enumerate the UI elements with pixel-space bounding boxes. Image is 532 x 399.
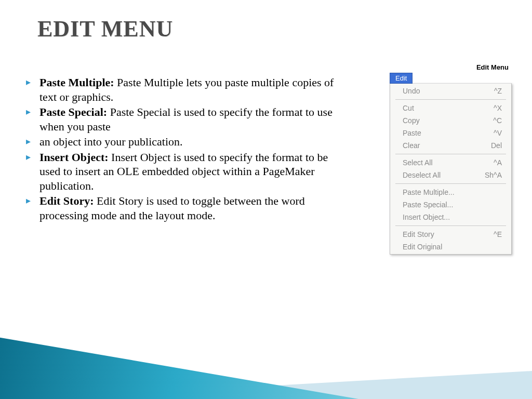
slide-title: EDIT MENU <box>37 16 173 42</box>
menu-panel: Undo^ZCut^XCopy^CPaste^VClearDelSelect A… <box>390 83 512 255</box>
menu-separator <box>395 154 506 154</box>
menu-item-label: Edit Original <box>403 242 442 252</box>
bullet-item: an object into your publication. <box>21 135 343 149</box>
menu-item-label: Edit Story <box>403 229 434 240</box>
menu-item-label: Paste <box>403 128 421 138</box>
menu-item-shortcut: ^C <box>493 115 502 126</box>
menu-separator <box>395 225 506 226</box>
menu-item-label: Deselect All <box>403 170 441 180</box>
menu-item-label: Paste Special... <box>403 200 453 210</box>
bullet-item: Insert Object: Insert Object is used to … <box>21 150 343 193</box>
menu-item-label: Cut <box>403 103 414 113</box>
menu-item-shortcut: ^A <box>494 157 502 168</box>
menu-item: Paste Multiple... <box>390 186 511 198</box>
bullet-term: Paste Special: <box>39 105 107 118</box>
footer-decoration <box>0 326 532 399</box>
menu-item-label: Insert Object... <box>403 212 450 222</box>
menu-item-shortcut: ^X <box>494 103 502 113</box>
menu-item: Undo^Z <box>390 85 511 97</box>
menu-separator <box>395 183 506 184</box>
bullet-item: Paste Special: Paste Special is used to … <box>21 105 343 134</box>
menu-item-label: Select All <box>403 157 433 168</box>
bullet-item: Paste Multiple: Paste Multiple lets you … <box>21 75 343 104</box>
bullet-term: Edit Story: <box>39 194 94 207</box>
bullet-term: Paste Multiple: <box>39 76 114 89</box>
menu-item-label: Copy <box>403 115 420 126</box>
menu-item-shortcut: Sh^A <box>485 170 502 180</box>
menu-caption: Edit Menu <box>476 63 509 71</box>
bullet-desc: an object into your publication. <box>39 135 183 148</box>
menu-item: Paste Special... <box>390 198 511 211</box>
bullet-item: Edit Story: Edit Story is used to toggle… <box>21 194 343 222</box>
menu-separator <box>395 99 506 100</box>
menu-item-label: Clear <box>403 140 420 151</box>
menu-tab-edit: Edit <box>390 73 413 84</box>
menu-item: ClearDel <box>390 139 511 152</box>
menu-item-shortcut: Del <box>491 140 502 151</box>
menu-item: Copy^C <box>390 114 511 127</box>
bullet-term: Insert Object: <box>39 151 109 164</box>
menu-item: Insert Object... <box>390 211 511 223</box>
menu-item: Select All^A <box>390 156 511 169</box>
menu-item-label: Paste Multiple... <box>403 187 455 197</box>
menu-item: Edit Story^E <box>390 228 511 241</box>
edit-menu-illustration: Edit Menu Edit Undo^ZCut^XCopy^CPaste^VC… <box>390 73 512 255</box>
menu-item-shortcut: ^V <box>494 128 502 138</box>
menu-item-shortcut: ^E <box>494 229 502 240</box>
menu-item-label: Undo <box>403 86 420 96</box>
bullet-content: Paste Multiple: Paste Multiple lets you … <box>21 75 343 223</box>
menu-item: Edit Original <box>390 241 511 253</box>
menu-item: Paste^V <box>390 127 511 139</box>
menu-item: Cut^X <box>390 102 511 114</box>
menu-item: Deselect AllSh^A <box>390 169 511 181</box>
menu-item-shortcut: ^Z <box>494 86 502 96</box>
